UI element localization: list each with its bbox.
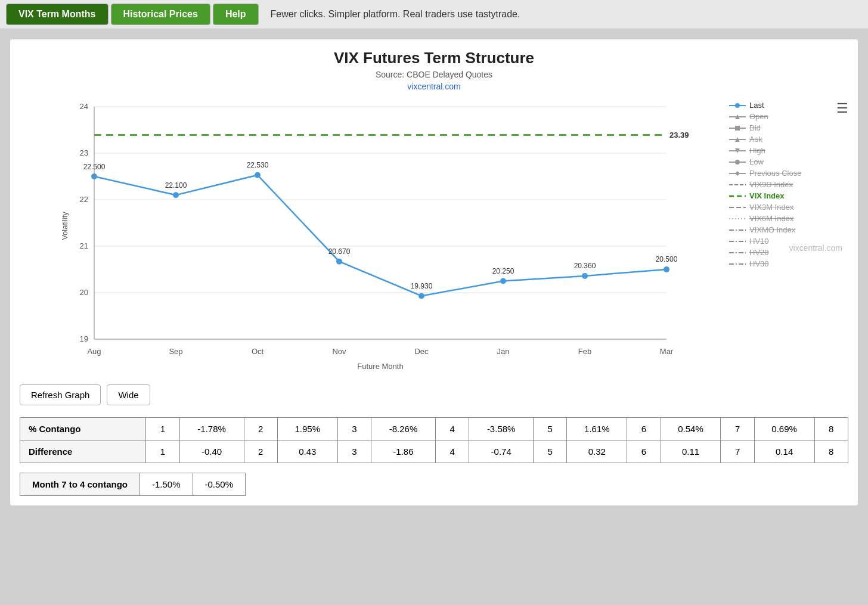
legend-vix9d: VIX9D Index bbox=[729, 180, 848, 189]
svg-text:Nov: Nov bbox=[332, 347, 346, 356]
contango-table: % Contango 1 -1.78% 2 1.95% 3 -8.26% 4 -… bbox=[20, 417, 848, 463]
tab-vix-term-months[interactable]: VIX Term Months bbox=[6, 4, 108, 25]
data-point-nov bbox=[336, 259, 342, 265]
wide-button[interactable]: Wide bbox=[107, 384, 150, 405]
legend-last: Last bbox=[729, 101, 848, 110]
data-point-jan bbox=[500, 278, 506, 284]
tab-historical-prices[interactable]: Historical Prices bbox=[111, 4, 210, 25]
svg-rect-40 bbox=[735, 126, 740, 131]
contango-num-7: 7 bbox=[721, 418, 754, 440]
legend-vix-index: VIX Index bbox=[729, 191, 848, 200]
contango-num-1: 1 bbox=[146, 418, 179, 440]
chart-title: VIX Futures Term Structure bbox=[334, 49, 534, 67]
legend-vixmo: VIXMO Index bbox=[729, 225, 848, 234]
contango-val-1: -1.78% bbox=[179, 418, 244, 440]
svg-marker-48 bbox=[735, 171, 740, 176]
difference-num-6: 6 bbox=[627, 440, 661, 463]
difference-num-5: 5 bbox=[534, 440, 567, 463]
svg-point-36 bbox=[735, 103, 740, 108]
difference-num-4: 4 bbox=[435, 440, 469, 463]
svg-text:Sep: Sep bbox=[169, 347, 182, 356]
legend-high: High bbox=[729, 146, 848, 155]
svg-text:Future Month: Future Month bbox=[357, 362, 403, 371]
difference-num-8: 8 bbox=[814, 440, 848, 463]
svg-text:23: 23 bbox=[80, 148, 88, 157]
svg-text:22.530: 22.530 bbox=[247, 161, 269, 169]
svg-text:Oct: Oct bbox=[252, 347, 264, 356]
svg-text:21: 21 bbox=[80, 241, 88, 250]
difference-val-3: -1.86 bbox=[371, 440, 436, 463]
contango-val-4: -3.58% bbox=[469, 418, 534, 440]
data-point-oct bbox=[255, 172, 261, 178]
difference-num-3: 3 bbox=[337, 440, 371, 463]
chart-wrapper: ☰ bbox=[20, 101, 848, 377]
chart-subtitle: Source: CBOE Delayed Quotes bbox=[376, 70, 492, 79]
chart-link[interactable]: vixcentral.com bbox=[407, 82, 460, 91]
difference-num-1: 1 bbox=[146, 440, 179, 463]
svg-text:19.930: 19.930 bbox=[411, 282, 433, 290]
difference-row: Difference 1 -0.40 2 0.43 3 -1.86 4 -0.7… bbox=[20, 440, 848, 463]
contango-num-8: 8 bbox=[814, 418, 848, 440]
svg-text:Dec: Dec bbox=[414, 347, 429, 356]
summary-label: Month 7 to 4 contango bbox=[20, 473, 140, 496]
svg-text:20.670: 20.670 bbox=[328, 247, 351, 256]
difference-val-4: -0.74 bbox=[469, 440, 534, 463]
tab-help[interactable]: Help bbox=[213, 4, 259, 25]
svg-container: 24 23 22 21 20 19 Volatility 23.39 bbox=[20, 101, 723, 377]
svg-text:Mar: Mar bbox=[660, 347, 674, 356]
contango-label: % Contango bbox=[20, 418, 146, 440]
data-point-feb bbox=[582, 273, 588, 279]
chart-svg: 24 23 22 21 20 19 Volatility 23.39 bbox=[20, 101, 723, 375]
contango-val-3: -8.26% bbox=[371, 418, 436, 440]
tables-section: % Contango 1 -1.78% 2 1.95% 3 -8.26% 4 -… bbox=[20, 417, 848, 496]
summary-val1: -1.50% bbox=[140, 473, 193, 496]
svg-text:19: 19 bbox=[80, 334, 88, 343]
chart-legend: Last Open Bid Ask High bbox=[729, 101, 848, 271]
contango-num-6: 6 bbox=[627, 418, 661, 440]
svg-text:Jan: Jan bbox=[497, 347, 510, 356]
top-nav: VIX Term Months Historical Prices Help F… bbox=[0, 0, 868, 29]
main-container: VIX Futures Term Structure Source: CBOE … bbox=[10, 39, 858, 506]
svg-rect-0 bbox=[94, 107, 666, 339]
chart-section: VIX Futures Term Structure Source: CBOE … bbox=[20, 49, 848, 405]
chart-buttons: Refresh Graph Wide bbox=[20, 384, 150, 405]
legend-vix6m: VIX6M Index bbox=[729, 214, 848, 223]
data-point-mar bbox=[664, 266, 669, 272]
summary-val2: -0.50% bbox=[193, 473, 246, 496]
legend-bid: Bid bbox=[729, 123, 848, 132]
svg-text:24: 24 bbox=[80, 102, 88, 111]
svg-text:Feb: Feb bbox=[578, 347, 591, 356]
difference-val-7: 0.14 bbox=[754, 440, 814, 463]
difference-label: Difference bbox=[20, 440, 146, 463]
contango-val-5: 1.61% bbox=[567, 418, 627, 440]
svg-text:20.250: 20.250 bbox=[492, 267, 514, 275]
difference-val-5: 0.32 bbox=[567, 440, 627, 463]
contango-row: % Contango 1 -1.78% 2 1.95% 3 -8.26% 4 -… bbox=[20, 418, 848, 440]
legend-ask: Ask bbox=[729, 135, 848, 144]
svg-point-46 bbox=[735, 160, 740, 165]
svg-text:20.500: 20.500 bbox=[656, 255, 678, 263]
chart-watermark: vixcentral.com bbox=[789, 243, 842, 253]
difference-val-1: -0.40 bbox=[179, 440, 244, 463]
contango-num-2: 2 bbox=[244, 418, 277, 440]
svg-text:Aug: Aug bbox=[87, 347, 101, 356]
contango-num-5: 5 bbox=[534, 418, 567, 440]
nav-tagline: Fewer clicks. Simpler platform. Real tra… bbox=[271, 9, 520, 20]
contango-val-7: 0.69% bbox=[754, 418, 814, 440]
summary-row: Month 7 to 4 contango -1.50% -0.50% bbox=[20, 473, 246, 496]
svg-text:22: 22 bbox=[80, 195, 88, 204]
svg-text:22.100: 22.100 bbox=[165, 181, 187, 190]
legend-prev-close: Previous Close bbox=[729, 169, 848, 178]
summary-table: Month 7 to 4 contango -1.50% -0.50% bbox=[20, 473, 246, 496]
svg-text:20.360: 20.360 bbox=[574, 262, 596, 270]
legend-vix3m: VIX3M Index bbox=[729, 203, 848, 212]
refresh-graph-button[interactable]: Refresh Graph bbox=[20, 384, 101, 405]
contango-num-4: 4 bbox=[435, 418, 469, 440]
data-point-sep bbox=[173, 192, 179, 198]
legend-hv30: HV30 bbox=[729, 259, 848, 268]
legend-open: Open bbox=[729, 112, 848, 121]
difference-num-2: 2 bbox=[244, 440, 277, 463]
data-point-dec bbox=[418, 293, 424, 299]
contango-val-6: 0.54% bbox=[661, 418, 721, 440]
legend-low: Low bbox=[729, 157, 848, 166]
